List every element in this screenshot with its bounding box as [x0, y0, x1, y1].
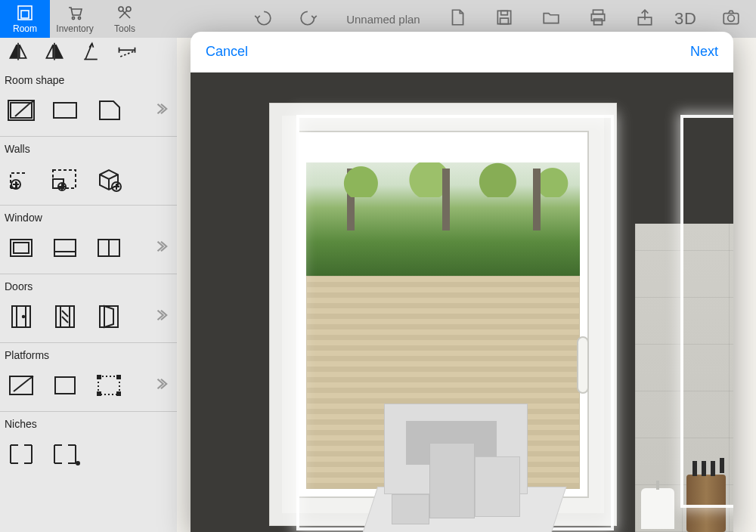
- platform-draw-button[interactable]: [5, 370, 38, 401]
- svg-rect-34: [55, 377, 75, 394]
- svg-rect-8: [500, 18, 508, 24]
- svg-point-29: [23, 316, 24, 317]
- svg-rect-31: [60, 306, 70, 327]
- svg-point-2: [72, 17, 74, 19]
- flip-horizontal-button[interactable]: [8, 41, 29, 65]
- share-button[interactable]: [635, 8, 655, 30]
- svg-point-4: [126, 7, 131, 11]
- wall-height-button[interactable]: [80, 41, 101, 65]
- modal-header: Cancel Next: [191, 32, 733, 73]
- ar-camera-view[interactable]: [191, 73, 733, 532]
- tab-tools[interactable]: Tools: [100, 0, 150, 38]
- transform-toolstrip: [0, 38, 177, 68]
- doors-more-button[interactable]: [154, 308, 168, 325]
- tools-icon: [116, 4, 134, 22]
- door-standard-button[interactable]: [5, 302, 38, 332]
- tab-room-label: Room: [13, 23, 37, 34]
- dimension-button[interactable]: [116, 41, 138, 65]
- section-title-window: Window: [0, 206, 177, 228]
- svg-point-3: [78, 17, 80, 19]
- svg-rect-11: [593, 19, 602, 25]
- flip-vertical-button[interactable]: [44, 41, 65, 65]
- svg-rect-17: [54, 103, 76, 118]
- window-sill-button[interactable]: [48, 233, 82, 263]
- view-3d-button[interactable]: 3D: [674, 9, 697, 29]
- platform-rect-button[interactable]: [48, 370, 82, 401]
- section-title-doors: Doors: [0, 274, 177, 297]
- roomshape-draw-button[interactable]: [5, 95, 38, 125]
- svg-rect-39: [117, 392, 120, 395]
- section-title-walls: Walls: [0, 137, 177, 159]
- window-more-button[interactable]: [154, 240, 168, 256]
- new-doc-button[interactable]: [448, 8, 467, 30]
- tab-tools-label: Tools: [114, 23, 135, 34]
- svg-rect-27: [12, 306, 30, 327]
- svg-rect-30: [56, 306, 74, 327]
- wall-add-3d-button[interactable]: [92, 164, 125, 194]
- cart-icon: [66, 4, 84, 22]
- door-glass-button[interactable]: [48, 302, 82, 332]
- next-button[interactable]: Next: [690, 44, 718, 60]
- door-open-button[interactable]: [92, 302, 125, 332]
- room-icon: [16, 4, 34, 22]
- roomshape-rect-button[interactable]: [48, 95, 82, 125]
- section-title-niches: Niches: [0, 412, 177, 435]
- svg-rect-36: [98, 376, 101, 379]
- tab-room[interactable]: Room: [0, 0, 50, 38]
- svg-point-14: [728, 15, 735, 22]
- redo-button[interactable]: [299, 8, 319, 30]
- svg-rect-38: [98, 392, 101, 395]
- camera-button[interactable]: [721, 8, 741, 30]
- section-title-platforms: Platforms: [0, 343, 177, 366]
- window-single-button[interactable]: [5, 233, 38, 263]
- open-button[interactable]: [541, 8, 561, 30]
- niche-basic-button[interactable]: [5, 439, 38, 469]
- print-button[interactable]: [588, 8, 608, 30]
- roomshape-page-button[interactable]: [92, 95, 125, 125]
- undo-button[interactable]: [253, 8, 272, 30]
- cancel-button[interactable]: Cancel: [206, 44, 248, 60]
- svg-rect-35: [98, 376, 119, 394]
- tab-inventory[interactable]: Inventory: [50, 0, 100, 38]
- document-title[interactable]: Unnamed plan: [346, 13, 420, 26]
- svg-point-5: [119, 7, 123, 11]
- window-double-button[interactable]: [92, 233, 125, 263]
- svg-rect-37: [117, 376, 120, 379]
- ar-3d-model-overlay[interactable]: [369, 373, 558, 532]
- roomshape-more-button[interactable]: [154, 102, 168, 119]
- svg-point-40: [76, 462, 79, 465]
- left-panel: Room shape Walls Window Doors Platforms …: [0, 38, 177, 532]
- svg-rect-32: [100, 306, 118, 327]
- wall-add-corner-button[interactable]: [5, 164, 38, 194]
- platforms-more-button[interactable]: [154, 377, 168, 394]
- svg-rect-25: [54, 240, 76, 256]
- platform-select-button[interactable]: [92, 370, 125, 401]
- niche-point-button[interactable]: [48, 439, 82, 469]
- save-button[interactable]: [494, 8, 514, 30]
- wall-add-room-button[interactable]: [48, 164, 82, 194]
- tab-inventory-label: Inventory: [56, 23, 93, 34]
- svg-rect-7: [500, 11, 507, 14]
- section-title-room-shape: Room shape: [0, 68, 177, 91]
- svg-rect-24: [14, 243, 29, 253]
- svg-rect-1: [21, 11, 29, 18]
- ar-scan-modal: Cancel Next: [191, 32, 733, 532]
